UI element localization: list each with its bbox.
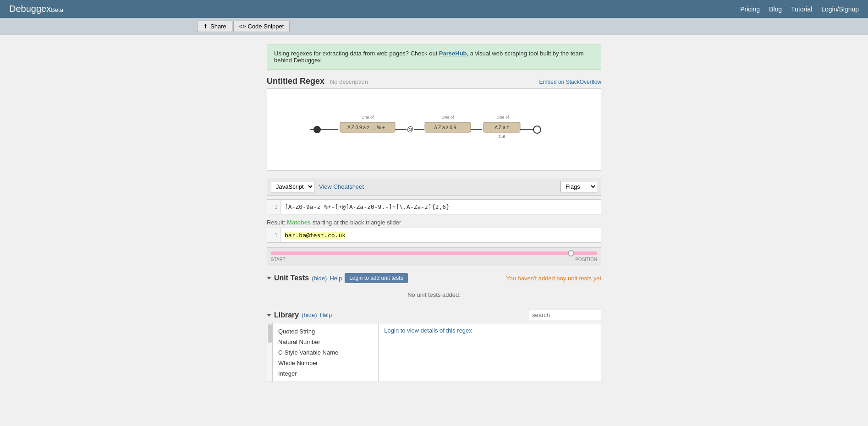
logo-beta: Beta [51,6,63,13]
library-hide[interactable]: (hide) [302,311,317,318]
share-icon: ⬆ [203,23,208,30]
result-prefix: Result: [267,219,287,226]
node2-content: A Z a z 0 9 . - [434,125,461,130]
result-content[interactable]: bar.ba@test.co.uk [281,228,601,242]
library-title: Library [274,311,299,319]
code-content[interactable]: [A-Z0-9a-z_%+-]+@[A-Za-z0-9.-]+[\.A-Za-z… [281,200,601,214]
regex-title-row: Untitled Regex No description Embed on S… [267,76,601,86]
library-header-left: Library (hide) Help [267,311,332,319]
node3-sublabel: 2..6 [498,134,505,139]
language-select[interactable]: JavaScript Python Go Java Ruby PCRE [271,181,314,192]
at-symbol: @ [407,126,413,133]
view-cheatsheet-link[interactable]: View Cheatsheet [319,183,364,190]
nav-login[interactable]: Login/Signup [821,5,859,13]
library-scrollbar-thumb[interactable] [268,324,272,343]
unit-tests-section: Unit Tests (hide) Help Login to add unit… [267,273,601,303]
flags-select[interactable]: Flags [560,181,597,192]
slider-thumb[interactable] [568,250,574,257]
node1-label: One of [361,115,374,120]
library-scrollbar[interactable] [267,323,273,382]
result-line-numbers: 1 [267,228,281,242]
banner-text-before: Using regexes for extracting data from w… [274,50,439,57]
library-detail[interactable]: Login to view details of this regex [379,323,601,382]
result-label: Result: Matches starting at the black tr… [267,219,601,226]
nav: Pricing Blog Tutorial Login/Signup [740,5,859,13]
nav-blog[interactable]: Blog [769,5,782,13]
unit-tests-hide[interactable]: (hide) [312,275,327,282]
library-chevron[interactable] [267,314,271,317]
unit-tests-header: Unit Tests (hide) Help Login to add unit… [267,273,601,283]
result-matches: Matches [287,219,311,226]
regex-description: No description [330,78,368,85]
node3-content: A Z a z [494,125,509,130]
end-node [533,126,541,133]
code-editor[interactable]: 1 [A-Z0-9a-z_%+-]+@[A-Za-z0-9.-]+[\.A-Za… [267,199,601,214]
node2-label: One of [441,115,454,120]
library-list: Quoted String Natural Number C-Style Var… [267,323,601,382]
node3-label: One of [496,115,509,120]
options-left: JavaScript Python Go Java Ruby PCRE View… [271,181,364,192]
options-row: JavaScript Python Go Java Ruby PCRE View… [267,178,601,196]
slider-start-label: START [271,257,286,262]
unit-tests-help[interactable]: Help [330,275,342,282]
library-help[interactable]: Help [320,311,332,318]
nav-tutorial[interactable]: Tutorial [791,5,812,13]
slider-position-label: POSITION [575,257,597,262]
parsehub-link[interactable]: ParseHub [439,50,467,57]
slider-area: START POSITION [267,247,601,266]
library-item-c-style[interactable]: C-Style Variable Name [273,347,378,358]
no-tests-message: No unit tests added. [267,287,601,303]
nav-pricing[interactable]: Pricing [740,5,760,13]
login-to-add-tests-button[interactable]: Login to add unit tests [345,273,407,283]
match-highlight: bar.ba@test.co.uk [285,232,346,239]
library-items: Quoted String Natural Number C-Style Var… [273,323,379,382]
embed-link[interactable]: Embed on StackOverflow [539,79,601,85]
library-header: Library (hide) Help [267,310,601,320]
library-item-whole-number[interactable]: Whole Number [273,358,378,368]
diagram-visualization: One of A Z 0 9 a z . _ % + - @ One of A … [297,102,571,157]
regex-title: Untitled Regex [267,76,324,86]
slider-track[interactable] [271,251,597,255]
result-line-number-1: 1 [270,232,278,239]
library-item-integer[interactable]: Integer [273,368,378,379]
result-suffix: starting at the black triangle slider [311,219,401,226]
line-number-1: 1 [270,203,278,210]
regex-diagram: One of A Z 0 9 a z . _ % + - @ One of A … [267,88,601,171]
unit-tests-title: Unit Tests [274,274,309,282]
slider-labels: START POSITION [271,257,597,262]
library-item-natural-number[interactable]: Natural Number [273,337,378,347]
line-numbers: 1 [267,200,281,214]
logo: DebuggexBeta [9,4,63,14]
unit-tests-warning: You haven't added any unit tests yet [506,275,601,282]
banner: Using regexes for extracting data from w… [267,44,601,70]
code-snippet-label: <> Code Snippet [239,23,284,30]
library-search-input[interactable] [528,310,601,320]
library-section: Library (hide) Help Quoted String Natura… [267,310,601,382]
logo-text: Debuggex [9,4,51,14]
toolbar: ⬆ Share <> Code Snippet [0,18,868,35]
code-snippet-button[interactable]: <> Code Snippet [233,21,290,32]
result-area: 1 bar.ba@test.co.uk [267,228,601,243]
library-item-quoted-string[interactable]: Quoted String [273,326,378,337]
unit-tests-chevron[interactable] [267,277,271,279]
share-button[interactable]: ⬆ Share [197,21,232,32]
node1-content: A Z 0 9 a z . _ % + - [347,125,388,130]
header: DebuggexBeta Pricing Blog Tutorial Login… [0,0,868,18]
start-node [313,126,321,133]
diagram-svg: One of A Z 0 9 a z . _ % + - @ One of A … [267,89,601,170]
regex-title-group: Untitled Regex No description [267,76,368,86]
share-label: Share [210,23,226,30]
